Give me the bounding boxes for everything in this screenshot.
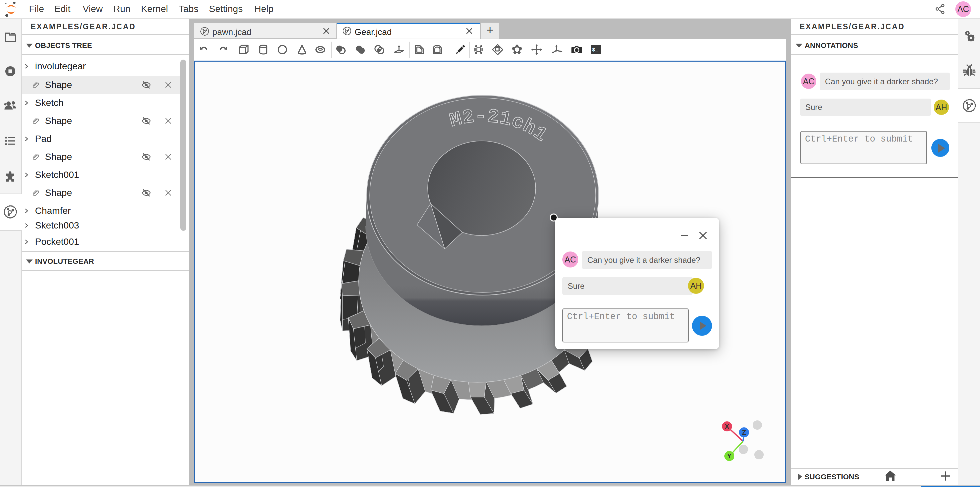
svg-text:Z: Z (742, 429, 746, 436)
svg-text:X: X (725, 423, 729, 430)
svg-text:Y: Y (727, 452, 732, 460)
svg-text:$_: $_ (592, 47, 598, 53)
